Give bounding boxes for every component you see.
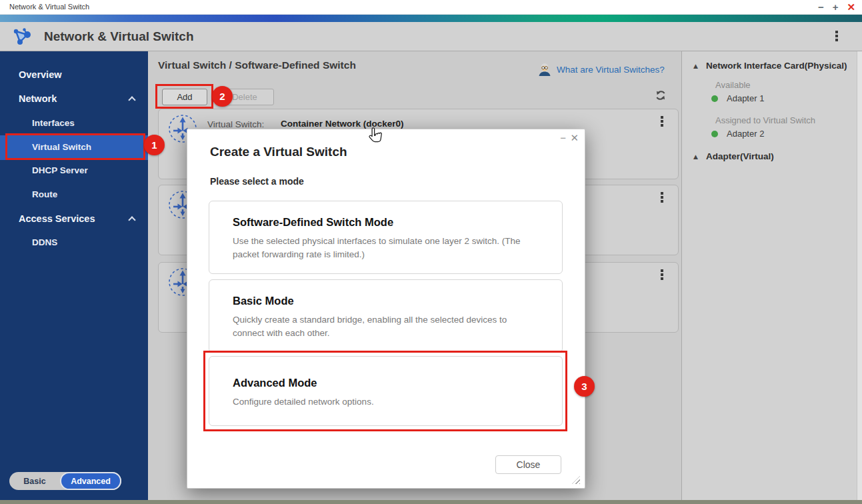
resize-grip-icon[interactable] — [572, 476, 580, 484]
create-virtual-switch-dialog: − ✕ Create a Virtual Switch Please selec… — [187, 129, 585, 489]
row-label: Virtual Switch: — [207, 119, 264, 129]
page-title: Virtual Switch / Software-Defined Switch — [158, 59, 356, 71]
window-bottom-edge — [0, 500, 862, 504]
window-minimize-button[interactable]: − — [818, 0, 824, 15]
window-close-button[interactable]: ✕ — [847, 0, 855, 15]
collapse-triangle-icon: ▲ — [693, 63, 698, 69]
row-menu-icon[interactable] — [661, 116, 663, 127]
dialog-minimize-icon[interactable]: − — [560, 132, 566, 144]
mode-description: Quickly create a standard bridge, enabli… — [233, 313, 529, 340]
chevron-up-icon — [128, 96, 135, 103]
mode-title: Software-Defined Switch Mode — [233, 216, 393, 229]
add-button[interactable]: Add — [162, 89, 207, 105]
collapse-triangle-icon: ▲ — [693, 153, 698, 160]
status-green-dot-icon — [711, 95, 718, 102]
mode-card-basic[interactable]: Basic Mode Quickly create a standard bri… — [209, 279, 563, 353]
help-link[interactable]: What are Virtual Switches? — [537, 62, 665, 77]
annotation-badge-2: 2 — [212, 86, 233, 107]
scrollbar-track[interactable] — [857, 51, 862, 500]
mode-card-software-defined[interactable]: Software-Defined Switch Mode Use the sel… — [209, 201, 563, 274]
mode-title: Basic Mode — [233, 295, 294, 307]
brand-gradient-strip — [0, 15, 862, 22]
adapter-panel: ▲ Network Interface Card(Physical) Avail… — [681, 51, 862, 500]
adapter-item[interactable]: Adapter 1 — [711, 93, 764, 103]
section-nic-physical[interactable]: ▲ Network Interface Card(Physical) — [693, 61, 847, 71]
app-window: Network & Virtual Switch − + ✕ Network &… — [0, 0, 862, 504]
dialog-title: Create a Virtual Switch — [210, 145, 347, 159]
window-maximize-button[interactable]: + — [833, 0, 839, 15]
mode-card-advanced[interactable]: Advanced Mode Configure detailed network… — [209, 356, 563, 426]
sidebar: Overview Network Interfaces Virtual Swit… — [0, 51, 148, 500]
group-assigned-label: Assigned to Virtual Switch — [715, 115, 815, 125]
refresh-icon[interactable] — [655, 89, 667, 101]
section-adapter-virtual[interactable]: ▲ Adapter(Virtual) — [693, 151, 774, 161]
row-menu-icon[interactable] — [661, 192, 663, 203]
row-menu-icon[interactable] — [661, 269, 663, 280]
close-button[interactable]: Close — [495, 455, 561, 474]
mode-title: Advanced Mode — [233, 377, 317, 389]
mode-description: Configure detailed network options. — [233, 395, 529, 409]
app-title: Network & Virtual Switch — [44, 29, 194, 44]
mode-description: Use the selected physical interfaces to … — [233, 235, 529, 261]
dialog-close-icon[interactable]: ✕ — [570, 132, 579, 144]
app-header: Network & Virtual Switch — [0, 22, 862, 51]
help-link-label: What are Virtual Switches? — [557, 65, 665, 75]
toggle-advanced[interactable]: Advanced — [60, 472, 121, 490]
header-menu-icon[interactable] — [835, 31, 838, 41]
status-green-dot-icon — [711, 131, 718, 137]
group-available-label: Available — [715, 80, 751, 90]
window-title: Network & Virtual Switch — [9, 3, 89, 11]
basic-advanced-toggle: Basic Advanced — [9, 472, 121, 490]
annotation-badge-1: 1 — [144, 135, 165, 155]
window-titlebar: Network & Virtual Switch − + ✕ — [0, 0, 862, 15]
toggle-basic[interactable]: Basic — [9, 477, 60, 486]
annotation-badge-3: 3 — [574, 376, 595, 397]
dialog-subtitle: Please select a mode — [210, 176, 304, 187]
chevron-up-icon — [128, 216, 135, 223]
adapter-item[interactable]: Adapter 2 — [711, 129, 764, 139]
row-switch-name: Container Network (docker0) — [281, 119, 404, 129]
network-app-icon — [11, 26, 33, 47]
professor-icon — [537, 62, 552, 77]
